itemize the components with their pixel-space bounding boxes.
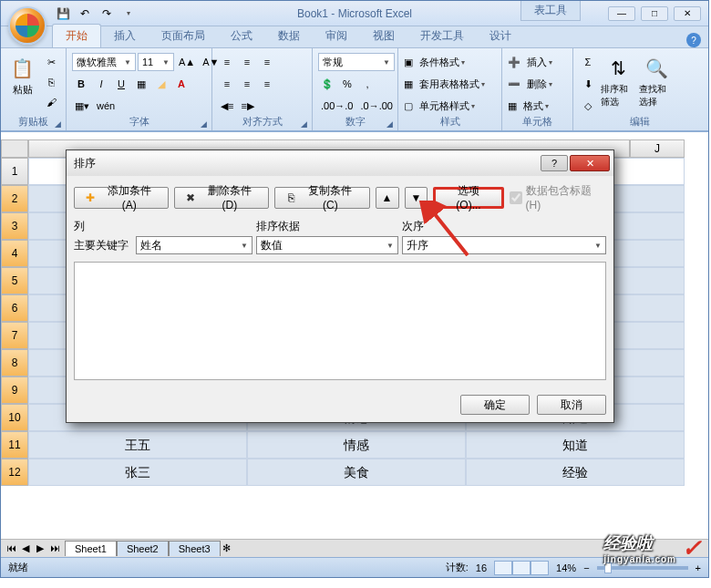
row-header-7[interactable]: 7 [1, 322, 28, 349]
row-header-5[interactable]: 5 [1, 267, 28, 294]
sort-on-select[interactable]: 数值▼ [256, 236, 398, 254]
dialog-close-button[interactable]: ✕ [570, 155, 610, 171]
align-middle-button[interactable]: ≡ [238, 53, 256, 71]
tab-data[interactable]: 数据 [265, 25, 313, 47]
help-button[interactable]: ? [686, 33, 701, 47]
zoom-slider[interactable] [597, 566, 688, 570]
cell-a11[interactable]: 王五 [28, 431, 247, 459]
sort-order-select[interactable]: 升序▼ [402, 236, 606, 254]
sheet-nav-prev[interactable]: ◀ [19, 542, 32, 554]
cell-c11[interactable]: 知道 [466, 431, 685, 459]
decrease-indent-button[interactable]: ◀≡ [218, 97, 236, 115]
has-header-checkbox-input[interactable] [510, 191, 522, 204]
phonetic-button[interactable]: wén [94, 97, 118, 115]
decrease-decimal-button[interactable]: .0→.00 [357, 97, 395, 115]
tab-formulas[interactable]: 公式 [218, 25, 265, 47]
tab-design[interactable]: 设计 [477, 25, 524, 47]
tab-view[interactable]: 视图 [360, 25, 407, 47]
comma-button[interactable]: , [358, 75, 376, 93]
percent-button[interactable]: % [338, 75, 356, 93]
align-left-button[interactable]: ≡ [218, 75, 236, 93]
copy-button[interactable]: ⎘ [42, 73, 60, 91]
cell-styles-button[interactable]: 单元格样式 [419, 99, 469, 113]
sheet-nav-last[interactable]: ⏭ [48, 542, 61, 554]
sheet-tab-2[interactable]: Sheet2 [117, 541, 169, 556]
font-size-combo[interactable]: 11▼ [138, 53, 174, 71]
grow-font-button[interactable]: A▲ [176, 53, 198, 71]
zoom-out-button[interactable]: − [583, 562, 589, 573]
row-header-9[interactable]: 9 [1, 377, 28, 404]
redo-button[interactable]: ↷ [98, 5, 116, 23]
tab-home[interactable]: 开始 [52, 24, 101, 47]
new-sheet-button[interactable]: ✻ [221, 542, 233, 554]
sort-column-select[interactable]: 姓名▼ [136, 236, 252, 254]
minimize-button[interactable]: — [608, 6, 635, 21]
format-cells-button[interactable]: 格式 [523, 99, 543, 113]
number-launcher[interactable]: ◢ [386, 119, 396, 129]
select-all-corner[interactable] [1, 139, 28, 158]
border-dropdown[interactable]: ▦▾ [72, 97, 92, 115]
maximize-button[interactable]: □ [641, 6, 668, 21]
increase-decimal-button[interactable]: .00→.0 [318, 97, 356, 115]
align-center-button[interactable]: ≡ [238, 75, 256, 93]
clipboard-launcher[interactable]: ◢ [55, 119, 64, 129]
increase-indent-button[interactable]: ≡▶ [238, 97, 256, 115]
delete-condition-button[interactable]: ✖删除条件(D) [174, 187, 269, 209]
add-condition-button[interactable]: ✚添加条件(A) [74, 187, 169, 209]
clear-button[interactable]: ◇ [579, 97, 597, 115]
underline-button[interactable]: U [112, 75, 130, 93]
has-header-checkbox[interactable]: 数据包含标题(H) [510, 183, 606, 211]
number-format-combo[interactable]: 常规▼ [318, 53, 395, 71]
office-button[interactable] [8, 6, 46, 45]
font-color-button[interactable]: A [172, 75, 191, 93]
align-top-button[interactable]: ≡ [218, 53, 236, 71]
delete-cells-button[interactable]: 删除 [527, 77, 547, 91]
cut-button[interactable]: ✂ [42, 53, 60, 71]
fill-color-button[interactable]: ◢ [152, 75, 170, 93]
view-layout-button[interactable] [512, 561, 531, 575]
sheet-nav-first[interactable]: ⏮ [5, 542, 17, 554]
conditional-format-button[interactable]: 条件格式 [419, 56, 459, 69]
move-down-button[interactable]: ▼ [405, 187, 428, 209]
font-launcher[interactable]: ◢ [201, 119, 210, 129]
tab-developer[interactable]: 开发工具 [407, 25, 477, 47]
italic-button[interactable]: I [92, 75, 110, 93]
format-painter-button[interactable]: 🖌 [42, 93, 60, 111]
copy-condition-button[interactable]: ⎘复制条件(C) [274, 187, 369, 209]
dialog-titlebar[interactable]: 排序 ? ✕ [67, 150, 613, 176]
row-header-4[interactable]: 4 [1, 240, 28, 267]
sheet-tab-3[interactable]: Sheet3 [169, 541, 221, 556]
row-header-12[interactable]: 12 [1, 459, 28, 486]
bold-button[interactable]: B [72, 75, 90, 93]
tab-insert[interactable]: 插入 [101, 25, 149, 47]
fill-button[interactable]: ⬇ [579, 75, 597, 93]
row-header-6[interactable]: 6 [1, 294, 28, 322]
table-format-button[interactable]: 套用表格格式 [419, 77, 479, 91]
save-button[interactable]: 💾 [54, 5, 72, 23]
col-header-j[interactable]: J [630, 139, 685, 158]
qat-more-button[interactable]: ▾ [119, 5, 138, 23]
currency-button[interactable]: 💲 [318, 75, 336, 93]
tab-review[interactable]: 审阅 [313, 25, 360, 47]
insert-cells-button[interactable]: 插入 [527, 56, 547, 69]
move-up-button[interactable]: ▲ [376, 187, 399, 209]
close-button[interactable]: ✕ [674, 6, 701, 21]
sheet-tab-1[interactable]: Sheet1 [65, 541, 117, 556]
tab-page-layout[interactable]: 页面布局 [149, 25, 218, 47]
cell-a12[interactable]: 张三 [28, 459, 247, 486]
cell-c12[interactable]: 经验 [466, 459, 685, 486]
ok-button[interactable]: 确定 [460, 395, 530, 415]
align-bottom-button[interactable]: ≡ [258, 53, 276, 71]
autosum-button[interactable]: Σ [579, 53, 597, 71]
row-header-2[interactable]: 2 [1, 185, 28, 212]
row-header-10[interactable]: 10 [1, 404, 28, 431]
undo-button[interactable]: ↶ [76, 5, 94, 23]
cancel-button[interactable]: 取消 [537, 395, 606, 415]
cell-b11[interactable]: 情感 [247, 431, 466, 459]
sheet-nav-next[interactable]: ▶ [34, 542, 46, 554]
view-normal-button[interactable] [494, 561, 512, 575]
row-header-11[interactable]: 11 [1, 431, 28, 459]
find-select-button[interactable]: 🔍 查找和选择 [639, 52, 674, 108]
sort-filter-button[interactable]: ⇅ 排序和筛选 [601, 52, 635, 108]
options-button[interactable]: 选项(O)... [433, 187, 503, 209]
